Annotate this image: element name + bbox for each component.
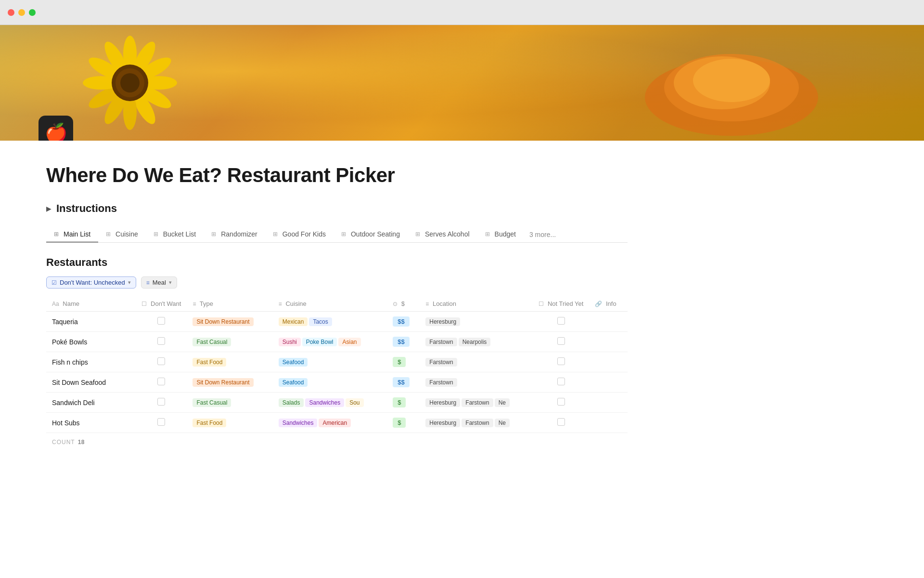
type-tag: Sit Down Restaurant <box>192 317 253 326</box>
table-row[interactable]: Sit Down SeafoodSit Down RestaurantSeafo… <box>46 372 628 393</box>
cell-dont-want[interactable] <box>136 312 187 332</box>
cuisine-tag: Seafood <box>279 358 308 367</box>
cell-price: $$ <box>387 332 420 352</box>
table-row[interactable]: Fish n chipsFast FoodSeafood$Farstown <box>46 352 628 372</box>
type-tag: Sit Down Restaurant <box>192 378 253 387</box>
list-icon: ≡ <box>146 279 150 286</box>
cell-not-tried[interactable] <box>533 312 589 332</box>
link-icon: 🔗 <box>595 301 602 307</box>
checkbox-empty-icon[interactable] <box>157 317 165 325</box>
cell-cuisine: MexicanTacos <box>273 312 387 332</box>
cell-price: $ <box>387 352 420 372</box>
cell-dont-want[interactable] <box>136 393 187 413</box>
cuisine-tag: Sandwiches <box>305 398 344 407</box>
checkbox-empty-icon[interactable] <box>157 357 165 365</box>
table-footer: COUNT 18 <box>46 433 628 451</box>
price-tag: $$ <box>393 377 409 387</box>
price-tag: $ <box>393 397 406 407</box>
cell-type: Sit Down Restaurant <box>187 312 272 332</box>
location-tag: Farstown <box>462 398 493 407</box>
type-tag: Fast Casual <box>192 338 231 346</box>
checkbox-empty-icon[interactable] <box>557 337 565 345</box>
checkbox-empty-icon[interactable] <box>157 378 165 385</box>
cell-info <box>589 413 628 433</box>
filter-meal[interactable]: ≡ Meal ▾ <box>141 276 177 289</box>
instructions-toggle[interactable]: ▶ Instructions <box>46 202 628 215</box>
checkbox-empty-icon[interactable] <box>157 398 165 406</box>
cell-type: Fast Casual <box>187 393 272 413</box>
cell-type: Sit Down Restaurant <box>187 372 272 393</box>
type-tag: Fast Food <box>192 358 226 367</box>
tab-more[interactable]: 3 more... <box>524 227 562 242</box>
table-icon: ⊞ <box>106 231 111 237</box>
location-tag: Farstown <box>425 378 457 387</box>
checkbox-empty-icon[interactable] <box>557 357 565 365</box>
checkbox-empty-icon[interactable] <box>557 418 565 426</box>
location-tag: Heresburg <box>425 317 460 326</box>
col-not-tried: ☐ Not Tried Yet <box>533 296 589 312</box>
table-icon: ⊞ <box>485 231 490 237</box>
table-icon: ⊞ <box>415 231 420 237</box>
type-tag: Fast Food <box>192 419 226 427</box>
tabs-container: ⊞ Main List ⊞ Cuisine ⊞ Bucket List ⊞ Ra… <box>46 226 628 243</box>
checkbox-empty-icon[interactable] <box>557 378 565 385</box>
cell-not-tried[interactable] <box>533 352 589 372</box>
tab-budget[interactable]: ⊞ Budget <box>477 226 524 243</box>
cell-info <box>589 393 628 413</box>
filter-dont-want[interactable]: ☑ Don't Want: Unchecked ▾ <box>46 276 136 289</box>
cell-location: FarstownNearpolis <box>420 332 533 352</box>
sunflower-decoration <box>77 30 183 141</box>
checkbox-empty-icon[interactable] <box>157 337 165 345</box>
price-tag: $ <box>393 357 406 367</box>
cuisine-tag: Mexican <box>279 317 308 326</box>
cell-not-tried[interactable] <box>533 372 589 393</box>
tab-cuisine[interactable]: ⊞ Cuisine <box>98 226 146 243</box>
hero-image: 🍎 <box>0 25 924 141</box>
cell-dont-want[interactable] <box>136 413 187 433</box>
location-tag: Farstown <box>425 338 457 346</box>
cell-not-tried[interactable] <box>533 393 589 413</box>
cell-cuisine: Seafood <box>273 352 387 372</box>
tab-randomizer[interactable]: ⊞ Randomizer <box>204 226 265 243</box>
checkbox-empty-icon[interactable] <box>557 398 565 406</box>
cell-price: $$ <box>387 312 420 332</box>
cell-type: Fast Food <box>187 352 272 372</box>
checkbox-icon: ☐ <box>539 301 544 307</box>
tab-good-for-kids[interactable]: ⊞ Good For Kids <box>265 226 334 243</box>
instructions-label: Instructions <box>56 202 117 215</box>
cell-name: Sit Down Seafood <box>46 372 136 393</box>
col-info: 🔗 Info <box>589 296 628 312</box>
cell-not-tried[interactable] <box>533 332 589 352</box>
cuisine-tag: Seafood <box>279 378 308 387</box>
checkbox-empty-icon[interactable] <box>157 418 165 426</box>
cell-dont-want[interactable] <box>136 372 187 393</box>
cell-type: Fast Food <box>187 413 272 433</box>
cuisine-tag: Tacos <box>309 317 332 326</box>
cuisine-tag: Sushi <box>279 338 301 346</box>
cuisine-tag: Salads <box>279 398 304 407</box>
maximize-button[interactable] <box>29 9 36 16</box>
cell-location: Farstown <box>420 372 533 393</box>
list-icon: ≡ <box>192 301 196 307</box>
table-row[interactable]: TaqueriaSit Down RestaurantMexicanTacos$… <box>46 312 628 332</box>
location-tag: Farstown <box>462 419 493 427</box>
table-row[interactable]: Sandwich DeliFast CasualSaladsSandwiches… <box>46 393 628 413</box>
checkbox-empty-icon[interactable] <box>557 317 565 325</box>
cell-info <box>589 312 628 332</box>
minimize-button[interactable] <box>18 9 25 16</box>
table-row[interactable]: Hot SubsFast FoodSandwichesAmerican$Here… <box>46 413 628 433</box>
table-row[interactable]: Poké BowlsFast CasualSushiPoke BowlAsian… <box>46 332 628 352</box>
tab-outdoor-seating[interactable]: ⊞ Outdoor Seating <box>334 226 408 243</box>
cell-dont-want[interactable] <box>136 352 187 372</box>
cell-not-tried[interactable] <box>533 413 589 433</box>
table-icon: ⊞ <box>154 231 158 237</box>
tab-main-list[interactable]: ⊞ Main List <box>46 226 98 243</box>
tab-serves-alcohol[interactable]: ⊞ Serves Alcohol <box>408 226 477 243</box>
cuisine-tag: Asian <box>338 338 360 346</box>
tab-bucket-list[interactable]: ⊞ Bucket List <box>146 226 204 243</box>
cell-dont-want[interactable] <box>136 332 187 352</box>
page-title: Where Do We Eat? Restaurant Picker <box>46 164 628 187</box>
close-button[interactable] <box>8 9 14 16</box>
location-tag: Heresburg <box>425 419 460 427</box>
section-header: Restaurants <box>46 256 628 269</box>
